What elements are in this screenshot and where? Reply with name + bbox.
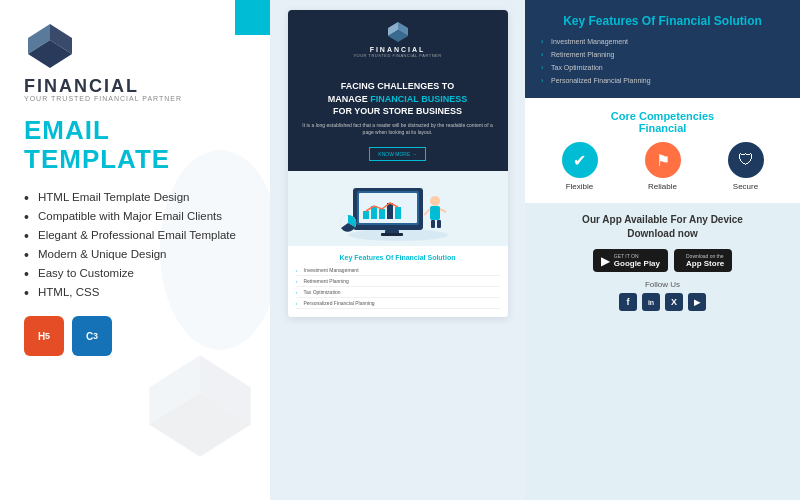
svg-rect-24: [431, 220, 435, 228]
comp-secure: 🛡 Secure: [728, 142, 764, 191]
google-play-label-bottom: Google Play: [614, 259, 660, 268]
google-play-icon: ▶: [601, 254, 610, 268]
financial-logo-icon: [24, 20, 76, 72]
right-feat-4: Personalized Financial Planning: [541, 75, 784, 86]
reliable-icon: ⚑: [645, 142, 681, 178]
follow-us-label: Follow Us: [541, 280, 784, 289]
ep-hero-title: FACING CHALLENGES TO MANAGE FINANCIAL BU…: [298, 80, 498, 118]
reliable-label: Reliable: [648, 182, 677, 191]
ep-feat-item-4: Personalized Financial Planning: [296, 298, 500, 309]
app-title: Our App Available For Any DeviceDownload…: [541, 213, 784, 241]
social-icons: f in X ▶: [541, 293, 784, 311]
ep-hero-line3: FOR YOUR: [333, 106, 380, 116]
svg-line-22: [424, 209, 430, 215]
svg-line-23: [440, 209, 446, 212]
competencies-title: Core Competencies Financial: [541, 110, 784, 134]
ep-image-section: [288, 171, 508, 246]
right-competencies: Core Competencies Financial ✔ Flexible ⚑…: [525, 98, 800, 203]
svg-point-20: [430, 196, 440, 206]
right-features-title: Key Features Of Financial Solution: [541, 14, 784, 28]
feature-item-2: Compatible with Major Email Clients: [24, 210, 246, 222]
ep-feat-item-3: Tax Optimization: [296, 287, 500, 298]
right-feat-label: Key Features Of: [563, 14, 655, 28]
twitter-icon[interactable]: X: [665, 293, 683, 311]
comp-reliable: ⚑ Reliable: [645, 142, 681, 191]
comp-flexible: ✔ Flexible: [562, 142, 598, 191]
app-store-text: Download on the App Store: [686, 253, 724, 268]
google-play-text: GET IT ON Google Play: [614, 253, 660, 268]
svg-rect-15: [379, 209, 385, 219]
right-feat-1: Investment Management: [541, 36, 784, 47]
left-panel: FINANCIAL YOUR TRUSTED FINANCIAL PARTNER…: [0, 0, 270, 500]
facebook-icon[interactable]: f: [619, 293, 637, 311]
logo-name: FINANCIAL: [24, 76, 139, 97]
ep-logo-text: FINANCIAL: [370, 46, 426, 53]
app-store-label-bottom: App Store: [686, 259, 724, 268]
core-highlight: Financial: [639, 122, 687, 134]
ep-hero-store: STORE BUSINESS: [383, 106, 462, 116]
html5-badge: H5: [24, 316, 64, 356]
feature-item-1: HTML Email Template Design: [24, 191, 246, 203]
instagram-icon[interactable]: in: [642, 293, 660, 311]
ep-logo-sub: YOUR TRUSTED FINANCIAL PARTNER: [353, 53, 441, 58]
youtube-icon[interactable]: ▶: [688, 293, 706, 311]
core-label: Core Competencies: [611, 110, 714, 122]
app-title-text: Our App Available For Any DeviceDownload…: [582, 214, 743, 239]
ep-features-section: Key Features Of Financial Solution Inves…: [288, 246, 508, 317]
feature-item-4: Modern & Unique Design: [24, 248, 246, 260]
right-key-features: Key Features Of Financial Solution Inves…: [525, 0, 800, 98]
google-play-btn[interactable]: ▶ GET IT ON Google Play: [593, 249, 668, 272]
ep-hero: FACING CHALLENGES TO MANAGE FINANCIAL BU…: [288, 68, 508, 171]
ep-feat-title: Key Features Of: [340, 254, 394, 261]
right-panel: Key Features Of Financial Solution Inves…: [525, 0, 800, 500]
right-app-section: Our App Available For Any DeviceDownload…: [525, 203, 800, 321]
ep-feat-item-2: Retirement Planning: [296, 276, 500, 287]
right-feat-3: Tax Optimization: [541, 62, 784, 73]
ep-hero-line1: FACING CHALLENGES TO: [341, 81, 454, 91]
secure-label: Secure: [733, 182, 758, 191]
ep-header: FINANCIAL YOUR TRUSTED FINANCIAL PARTNER: [288, 10, 508, 68]
illustration-svg: [333, 173, 463, 243]
app-store-btn[interactable]: Download on the App Store: [674, 249, 732, 272]
feature-item-6: HTML, CSS: [24, 286, 246, 298]
svg-rect-13: [363, 211, 369, 219]
ep-hero-highlight: FINANCIAL BUSINESS: [370, 94, 467, 104]
svg-rect-25: [437, 220, 441, 228]
email-preview: FINANCIAL YOUR TRUSTED FINANCIAL PARTNER…: [288, 10, 508, 317]
right-feat-2: Retirement Planning: [541, 49, 784, 60]
secure-icon: 🛡: [728, 142, 764, 178]
css3-badge: C3: [72, 316, 112, 356]
tech-badges: H5 C3: [24, 316, 246, 356]
logo-area: FINANCIAL YOUR TRUSTED FINANCIAL PARTNER: [24, 20, 246, 102]
ep-hero-body: It is a long established fact that a rea…: [298, 122, 498, 136]
svg-rect-17: [395, 207, 401, 219]
features-list: HTML Email Template Design Compatible wi…: [24, 191, 246, 298]
middle-panel: FINANCIAL YOUR TRUSTED FINANCIAL PARTNER…: [270, 0, 525, 500]
right-feat-highlight: Financial Solution: [659, 14, 762, 28]
app-buttons: ▶ GET IT ON Google Play Download on the …: [541, 249, 784, 272]
svg-rect-19: [381, 233, 403, 236]
ep-know-more-btn[interactable]: KNOW MORE →: [369, 147, 425, 161]
ep-feat-item-1: Investment Management: [296, 265, 500, 276]
competencies-icons: ✔ Flexible ⚑ Reliable 🛡 Secure: [541, 142, 784, 191]
ep-features-title: Key Features Of Financial Solution: [296, 254, 500, 261]
ep-feat-highlight: Financial Solution: [395, 254, 455, 261]
right-features-grid: Investment Management Retirement Plannin…: [541, 36, 784, 86]
feature-item-5: Easy to Customize: [24, 267, 246, 279]
logo-tagline: YOUR TRUSTED FINANCIAL PARTNER: [24, 95, 182, 102]
svg-rect-21: [430, 206, 440, 220]
ep-hero-line2: MANAGE: [328, 94, 368, 104]
flexible-label: Flexible: [566, 182, 594, 191]
email-template-title: EMAIL TEMPLATE: [24, 116, 246, 173]
flexible-icon: ✔: [562, 142, 598, 178]
ep-logo-icon: [386, 20, 410, 44]
feature-item-3: Elegant & Professional Email Template: [24, 229, 246, 241]
